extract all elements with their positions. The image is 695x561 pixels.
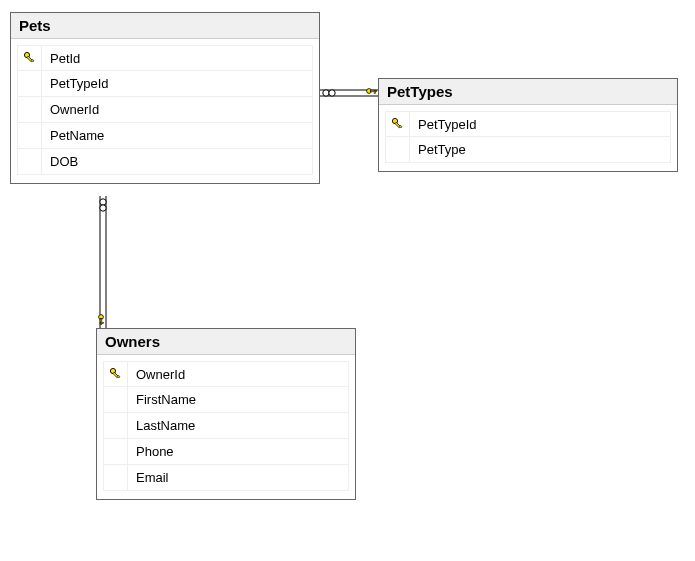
column-name: FirstName xyxy=(128,392,348,407)
table-pettypes-title: PetTypes xyxy=(379,79,677,105)
relationship-pets-owners[interactable] xyxy=(90,196,116,328)
column-name: PetTypeId xyxy=(42,76,312,91)
infinity-icon xyxy=(100,199,106,211)
table-owners-body: OwnerId FirstName LastName Phone Email xyxy=(97,355,355,499)
pk-cell xyxy=(18,149,42,174)
svg-rect-4 xyxy=(394,122,400,128)
column-name: PetName xyxy=(42,128,312,143)
svg-point-11 xyxy=(323,90,329,96)
table-row[interactable]: OwnerId xyxy=(17,97,313,123)
column-name: DOB xyxy=(42,154,312,169)
pk-cell xyxy=(18,97,42,122)
pk-cell xyxy=(104,362,128,386)
table-pettypes-body: PetTypeId PetType xyxy=(379,105,677,171)
table-row[interactable]: PetTypeId xyxy=(385,111,671,137)
pk-cell xyxy=(386,137,410,162)
table-owners[interactable]: Owners OwnerId FirstName LastName Phone … xyxy=(96,328,356,500)
table-row[interactable]: FirstName xyxy=(103,387,349,413)
table-pets[interactable]: Pets PetId PetTypeId OwnerId PetName DOB xyxy=(10,12,320,184)
relationship-pets-pettypes[interactable] xyxy=(320,80,378,106)
svg-rect-1 xyxy=(26,56,32,62)
pk-cell xyxy=(18,71,42,96)
table-pettypes[interactable]: PetTypes PetTypeId PetType xyxy=(378,78,678,172)
svg-rect-22 xyxy=(100,322,103,323)
column-name: Email xyxy=(128,470,348,485)
column-name: OwnerId xyxy=(42,102,312,117)
table-row[interactable]: PetName xyxy=(17,123,313,149)
table-row[interactable]: LastName xyxy=(103,413,349,439)
column-name: OwnerId xyxy=(128,367,348,382)
column-name: PetType xyxy=(410,142,670,157)
table-pets-title: Pets xyxy=(11,13,319,39)
fk-key-icon xyxy=(367,89,377,94)
key-icon xyxy=(23,51,37,65)
pk-cell xyxy=(386,112,410,136)
table-owners-title: Owners xyxy=(97,329,355,355)
table-row[interactable]: DOB xyxy=(17,149,313,175)
column-name: PetId xyxy=(42,51,312,66)
pk-cell xyxy=(18,123,42,148)
pk-cell xyxy=(104,439,128,464)
table-row[interactable]: PetId xyxy=(17,45,313,71)
table-row[interactable]: OwnerId xyxy=(103,361,349,387)
key-icon xyxy=(391,117,405,131)
column-name: LastName xyxy=(128,418,348,433)
table-row[interactable]: PetType xyxy=(385,137,671,163)
fk-key-icon xyxy=(99,315,104,325)
key-icon xyxy=(109,367,123,381)
svg-point-12 xyxy=(329,90,335,96)
infinity-icon xyxy=(323,90,335,96)
pk-cell xyxy=(104,413,128,438)
svg-point-19 xyxy=(100,205,106,211)
table-row[interactable]: PetTypeId xyxy=(17,71,313,97)
table-row[interactable]: Phone xyxy=(103,439,349,465)
svg-point-18 xyxy=(100,199,106,205)
table-row[interactable]: Email xyxy=(103,465,349,491)
svg-rect-7 xyxy=(112,372,118,378)
pk-cell xyxy=(18,46,42,70)
pk-cell xyxy=(104,465,128,490)
svg-rect-15 xyxy=(374,90,375,93)
table-pets-body: PetId PetTypeId OwnerId PetName DOB xyxy=(11,39,319,183)
column-name: Phone xyxy=(128,444,348,459)
column-name: PetTypeId xyxy=(410,117,670,132)
pk-cell xyxy=(104,387,128,412)
